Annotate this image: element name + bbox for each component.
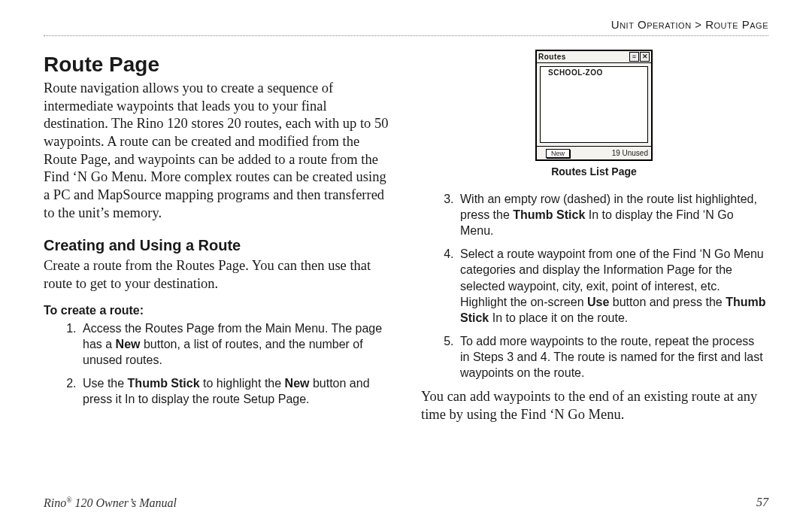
step-2: Use the Thumb Stick to highlight the New… — [80, 375, 389, 407]
step-5: To add more waypoints to the route, repe… — [457, 333, 767, 381]
step-text: to highlight the — [200, 377, 285, 390]
closing-paragraph: You can add waypoints to the end of an e… — [421, 388, 767, 423]
two-column-layout: Route Page Route navigation allows you t… — [44, 44, 768, 429]
footer-text: Rino — [44, 496, 66, 509]
header-rule — [44, 35, 768, 36]
bold-term: Thumb Stick — [513, 208, 585, 221]
unused-count: 19 Unused — [612, 149, 648, 157]
figure: Routes ≡ ✕ SCHOOL-ZOO New 19 Unused Rout… — [421, 50, 767, 178]
section-heading: Creating and Using a Route — [44, 237, 389, 254]
registered-icon: ® — [66, 496, 71, 504]
section-intro: Create a route from the Routes Page. You… — [44, 257, 389, 293]
device-title-text: Routes — [538, 53, 629, 61]
steps-list-left: Access the Routes Page from the Main Men… — [44, 320, 389, 408]
device-footer: New 19 Unused — [537, 146, 651, 159]
page-title: Route Page — [44, 53, 389, 77]
new-button: New — [546, 149, 570, 158]
page-footer: Rino® 120 Owner’s Manual 57 — [44, 496, 768, 510]
step-text: button and press the — [609, 296, 726, 308]
procedure-heading: To create a route: — [44, 304, 389, 317]
right-column: Routes ≡ ✕ SCHOOL-ZOO New 19 Unused Rout… — [421, 44, 767, 429]
breadcrumb: Unit Operation > Route Page — [44, 18, 768, 35]
bold-term: New — [116, 338, 141, 350]
route-list-item: SCHOOL-ZOO — [548, 68, 603, 77]
close-icon: ✕ — [640, 52, 650, 62]
menu-icon: ≡ — [629, 52, 639, 62]
step-1: Access the Routes Page from the Main Men… — [80, 320, 389, 368]
figure-caption: Routes List Page — [421, 165, 767, 178]
bold-term: Thumb Stick — [128, 377, 200, 390]
step-3: With an empty row (dashed) in the route … — [457, 191, 767, 238]
steps-list-right: With an empty row (dashed) in the route … — [421, 191, 767, 381]
step-text: Use the — [83, 377, 128, 390]
device-titlebar: Routes ≡ ✕ — [537, 51, 651, 63]
left-column: Route Page Route navigation allows you t… — [44, 44, 389, 429]
step-text: In to place it on the route. — [489, 311, 628, 324]
manual-page: Unit Operation > Route Page Route Page R… — [0, 0, 812, 528]
device-list-area: SCHOOL-ZOO — [537, 63, 651, 146]
page-number: 57 — [756, 496, 768, 510]
step-4: Select a route waypoint from one of the … — [457, 246, 767, 326]
device-screenshot: Routes ≡ ✕ SCHOOL-ZOO New 19 Unused — [535, 50, 653, 161]
bold-term: Use — [587, 296, 609, 308]
footer-text: 120 Owner’s Manual — [72, 496, 177, 509]
manual-title: Rino® 120 Owner’s Manual — [44, 496, 177, 510]
intro-paragraph: Route navigation allows you to create a … — [44, 80, 389, 222]
bold-term: New — [285, 377, 310, 390]
